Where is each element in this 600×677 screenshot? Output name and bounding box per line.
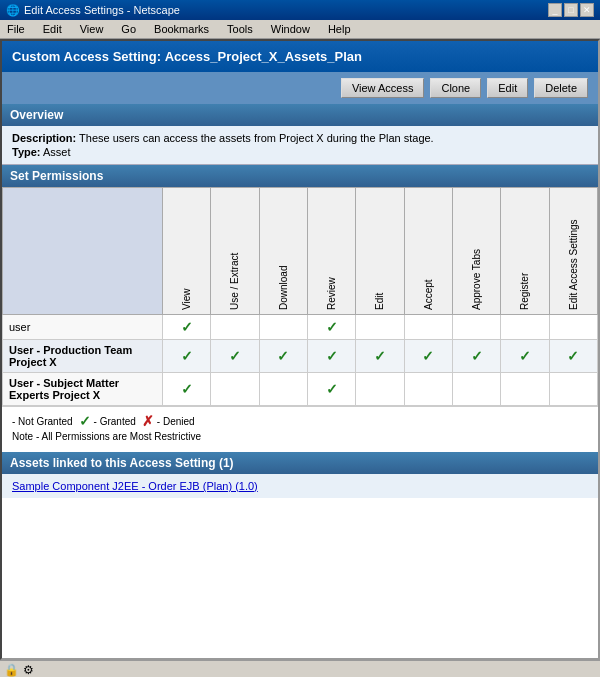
menu-tools[interactable]: Tools	[224, 22, 256, 36]
menu-help[interactable]: Help	[325, 22, 354, 36]
user-cell-0: user	[3, 315, 163, 340]
perm-cell-r0-c8	[549, 315, 597, 340]
perm-cell-r2-c1	[211, 373, 259, 406]
table-header-approve-tabs: Approve Tabs	[452, 188, 500, 315]
delete-button[interactable]: Delete	[534, 78, 588, 98]
table-row: User - Subject Matter Experts Project X✓…	[3, 373, 598, 406]
perm-cell-r0-c1	[211, 315, 259, 340]
menu-window[interactable]: Window	[268, 22, 313, 36]
clone-button[interactable]: Clone	[430, 78, 481, 98]
permissions-section-header: Set Permissions	[2, 165, 598, 187]
access-header-name: Access_Project_X_Assets_Plan	[165, 49, 362, 64]
table-header-accept: Accept	[404, 188, 452, 315]
title-bar-left: 🌐 Edit Access Settings - Netscape	[6, 4, 180, 17]
perm-cell-r0-c5	[404, 315, 452, 340]
permissions-table: View Use / Extract Download Review Edit …	[2, 187, 598, 406]
table-header-edit: Edit	[356, 188, 404, 315]
perm-cell-r1-c4: ✓	[356, 340, 404, 373]
menu-view[interactable]: View	[77, 22, 107, 36]
table-header-edit-access: Edit Access Settings	[549, 188, 597, 315]
user-cell-1: User - Production Team Project X	[3, 340, 163, 373]
legend-not-granted: - Not Granted	[12, 416, 73, 427]
perm-cell-r1-c6: ✓	[452, 340, 500, 373]
close-button[interactable]: ✕	[580, 3, 594, 17]
overview-section-header: Overview	[2, 104, 598, 126]
access-header: Custom Access Setting: Access_Project_X_…	[2, 41, 598, 72]
permissions-section: Set Permissions View Use / Extract Downl…	[2, 165, 598, 406]
status-icon-lock: 🔒	[4, 663, 19, 677]
perm-cell-r2-c7	[501, 373, 549, 406]
perm-cell-r0-c4	[356, 315, 404, 340]
menu-file[interactable]: File	[4, 22, 28, 36]
perm-cell-r2-c6	[452, 373, 500, 406]
perm-cell-r2-c4	[356, 373, 404, 406]
minimize-button[interactable]: _	[548, 3, 562, 17]
perm-cell-r2-c2	[259, 373, 307, 406]
overview-content: Description: These users can access the …	[2, 126, 598, 165]
table-row: User - Production Team Project X✓✓✓✓✓✓✓✓…	[3, 340, 598, 373]
menu-bar: File Edit View Go Bookmarks Tools Window…	[0, 20, 600, 39]
user-cell-2: User - Subject Matter Experts Project X	[3, 373, 163, 406]
assets-section-header: Assets linked to this Access Setting (1)	[2, 452, 598, 474]
assets-content: Sample Component J2EE - Order EJB (Plan)…	[2, 474, 598, 498]
perm-cell-r0-c6	[452, 315, 500, 340]
overview-description: Description: These users can access the …	[12, 132, 588, 144]
legend-row: - Not Granted ✓ - Granted ✗ - Denied	[12, 413, 588, 429]
perm-cell-r1-c5: ✓	[404, 340, 452, 373]
perm-cell-r2-c5	[404, 373, 452, 406]
menu-edit[interactable]: Edit	[40, 22, 65, 36]
title-bar-controls[interactable]: _ □ ✕	[548, 3, 594, 17]
perm-cell-r2-c3: ✓	[307, 373, 355, 406]
assets-section: Assets linked to this Access Setting (1)…	[2, 452, 598, 498]
main-content: Custom Access Setting: Access_Project_X_…	[0, 39, 600, 660]
perm-cell-r0-c7	[501, 315, 549, 340]
legend-denied: ✗ - Denied	[142, 413, 195, 429]
perm-cell-r1-c3: ✓	[307, 340, 355, 373]
perm-cell-r1-c2: ✓	[259, 340, 307, 373]
status-icon-gear: ⚙	[23, 663, 34, 677]
table-header-download: Download	[259, 188, 307, 315]
maximize-button[interactable]: □	[564, 3, 578, 17]
legend-note: Note - All Permissions are Most Restrict…	[12, 431, 588, 442]
legend-granted: ✓ - Granted	[79, 413, 136, 429]
overview-type: Type: Asset	[12, 146, 588, 158]
asset-link-0[interactable]: Sample Component J2EE - Order EJB (Plan)…	[12, 480, 258, 492]
window-icon: 🌐	[6, 4, 20, 17]
table-row: user✓✓	[3, 315, 598, 340]
perm-cell-r1-c1: ✓	[211, 340, 259, 373]
menu-go[interactable]: Go	[118, 22, 139, 36]
title-bar: 🌐 Edit Access Settings - Netscape _ □ ✕	[0, 0, 600, 20]
edit-button[interactable]: Edit	[487, 78, 528, 98]
perm-cell-r0-c2	[259, 315, 307, 340]
perm-cell-r1-c8: ✓	[549, 340, 597, 373]
access-header-prefix: Custom Access Setting:	[12, 49, 161, 64]
perm-cell-r1-c7: ✓	[501, 340, 549, 373]
perm-cell-r2-c8	[549, 373, 597, 406]
window-title: Edit Access Settings - Netscape	[24, 4, 180, 16]
legend: - Not Granted ✓ - Granted ✗ - Denied Not…	[2, 406, 598, 448]
action-buttons-row: View Access Clone Edit Delete	[2, 72, 598, 104]
perm-cell-r0-c3: ✓	[307, 315, 355, 340]
status-bar: 🔒 ⚙	[0, 660, 600, 677]
table-header-use-extract: Use / Extract	[211, 188, 259, 315]
perm-cell-r1-c0: ✓	[163, 340, 211, 373]
menu-bookmarks[interactable]: Bookmarks	[151, 22, 212, 36]
table-header-view: View	[163, 188, 211, 315]
permissions-table-wrapper: View Use / Extract Download Review Edit …	[2, 187, 598, 406]
view-access-button[interactable]: View Access	[341, 78, 425, 98]
table-header-user	[3, 188, 163, 315]
perm-cell-r0-c0: ✓	[163, 315, 211, 340]
table-header-register: Register	[501, 188, 549, 315]
table-header-review: Review	[307, 188, 355, 315]
perm-cell-r2-c0: ✓	[163, 373, 211, 406]
